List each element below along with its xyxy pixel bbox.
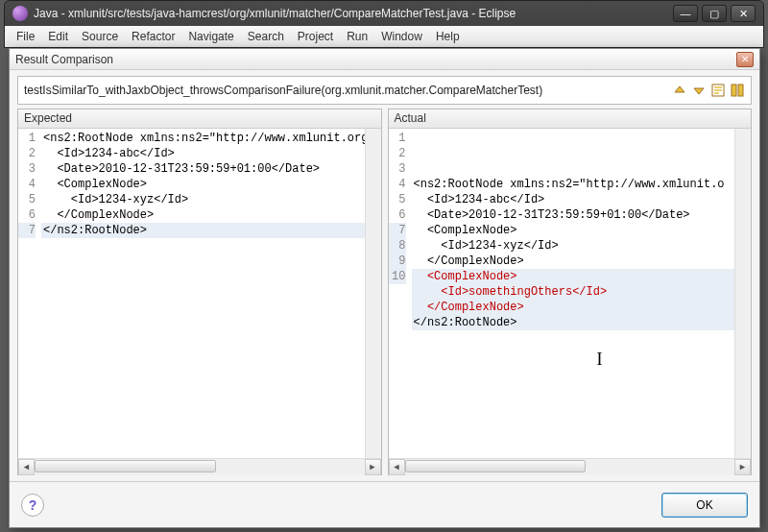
menu-bar: FileEditSourceRefactorNavigateSearchProj… (5, 26, 763, 47)
expected-lines: <ns2:RootNode xmlns:ns2="http://www.xmlu… (39, 129, 365, 458)
actual-gutter: 12345678910 (389, 129, 410, 458)
actual-hscrollbar[interactable]: ◄ ► (389, 458, 752, 474)
code-line: <Id>1234-xyz</Id> (412, 238, 735, 254)
actual-header: Actual (389, 109, 752, 129)
close-button[interactable]: ✕ (731, 5, 756, 22)
scroll-right-icon[interactable]: ► (365, 459, 381, 475)
nav-next-diff-icon[interactable] (691, 83, 707, 98)
ok-button[interactable]: OK (661, 493, 748, 518)
menu-item-source[interactable]: Source (76, 28, 124, 45)
dialog-bottom-bar: ? OK (10, 481, 759, 527)
svg-rect-1 (732, 85, 736, 96)
code-line: <ComplexNode> (41, 177, 365, 192)
scroll-left-icon[interactable]: ◄ (18, 459, 35, 475)
code-line: <ComplexNode> (412, 269, 735, 284)
actual-hthumb[interactable] (405, 460, 587, 472)
title-bar: Java - xmlunit/src/tests/java-hamcrest/o… (5, 1, 763, 26)
menu-item-search[interactable]: Search (242, 28, 290, 45)
test-name-row: testIsSimilarTo_withJaxbObject_throwsCom… (17, 76, 752, 105)
menu-item-window[interactable]: Window (375, 28, 428, 45)
result-comparison-dialog: Result Comparison ✕ testIsSimilarTo_with… (9, 48, 760, 528)
code-line: </ComplexNode> (41, 207, 365, 223)
menu-item-run[interactable]: Run (341, 28, 373, 45)
menu-item-project[interactable]: Project (292, 28, 339, 45)
code-line: <ns2:RootNode xmlns:ns2="http://www.xmlu… (41, 131, 365, 146)
expected-header: Expected (18, 109, 381, 129)
expected-gutter: 1234567 (18, 129, 39, 458)
menu-item-file[interactable]: File (11, 28, 40, 45)
expected-pane: Expected 1234567 <ns2:RootNode xmlns:ns2… (17, 109, 382, 475)
svg-rect-2 (738, 85, 743, 96)
expected-vscrollbar[interactable] (365, 129, 381, 458)
menu-item-refactor[interactable]: Refactor (126, 28, 180, 45)
code-line: <Id>1234-xyz</Id> (41, 192, 365, 207)
code-line: </ns2:RootNode> (412, 315, 735, 330)
menu-item-help[interactable]: Help (430, 28, 466, 45)
window-title: Java - xmlunit/src/tests/java-hamcrest/o… (34, 7, 673, 20)
expected-hscrollbar[interactable]: ◄ ► (18, 458, 381, 474)
expected-code-area[interactable]: 1234567 <ns2:RootNode xmlns:ns2="http://… (18, 129, 381, 458)
code-line: <ComplexNode> (412, 223, 735, 238)
actual-code-area[interactable]: 12345678910 I <ns2:RootNode xmlns:ns2="h… (389, 129, 752, 458)
code-line: <Date>2010-12-31T23:59:59+01:00</Date> (412, 207, 735, 223)
code-line: </ComplexNode> (412, 254, 735, 269)
code-line: <Id>1234-abc</Id> (412, 192, 735, 207)
nav-prev-diff-icon[interactable] (672, 83, 687, 98)
help-button[interactable]: ? (21, 494, 44, 517)
dialog-title: Result Comparison (15, 53, 736, 66)
code-line: <Id>somethingOthers</Id> (412, 284, 735, 300)
dialog-close-button[interactable]: ✕ (736, 52, 754, 67)
eclipse-icon (12, 6, 28, 21)
expected-hthumb[interactable] (35, 460, 216, 472)
test-name: testIsSimilarTo_withJaxbObject_throwsCom… (24, 84, 672, 97)
code-line: <Id>1234-abc</Id> (41, 146, 365, 161)
compare-settings-icon[interactable] (730, 83, 745, 98)
code-line: <Date>2010-12-31T23:59:59+01:00</Date> (41, 161, 365, 177)
dialog-title-bar: Result Comparison ✕ (10, 49, 759, 70)
text-cursor-icon: I (597, 351, 603, 367)
scroll-left-icon[interactable]: ◄ (389, 459, 405, 475)
actual-lines: I <ns2:RootNode xmlns:ns2="http://www.xm… (410, 129, 735, 458)
compare-filter-icon[interactable] (710, 83, 726, 98)
code-line: <ns2:RootNode xmlns:ns2="http://www.xmlu… (412, 177, 735, 192)
actual-pane: Actual 12345678910 I <ns2:RootNode xmlns… (388, 109, 753, 475)
maximize-button[interactable]: ▢ (702, 5, 727, 22)
menu-item-navigate[interactable]: Navigate (182, 28, 239, 45)
eclipse-window: Java - xmlunit/src/tests/java-hamcrest/o… (4, 0, 764, 48)
minimize-button[interactable]: — (673, 5, 698, 22)
menu-item-edit[interactable]: Edit (42, 28, 74, 45)
code-line: </ns2:RootNode> (41, 223, 365, 238)
code-line: </ComplexNode> (412, 300, 735, 315)
actual-vscrollbar[interactable] (734, 129, 751, 458)
scroll-right-icon[interactable]: ► (734, 459, 751, 475)
